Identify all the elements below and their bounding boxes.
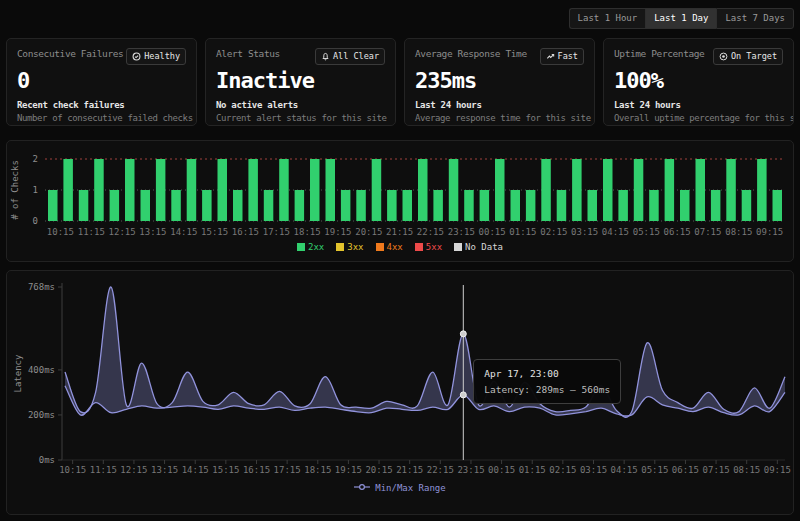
stats-row: Consecutive Failures Healthy 0 Recent ch… [6,38,794,126]
svg-text:02:15: 02:15 [549,465,576,475]
trend-up-icon [546,52,555,61]
time-range-last-1-hour[interactable]: Last 1 Hour [569,8,646,29]
legend-swatch [336,243,344,251]
legend-swatch [454,243,462,251]
svg-text:19:15: 19:15 [324,227,351,237]
svg-text:18:15: 18:15 [304,465,331,475]
badge-label: Fast [558,52,578,61]
svg-text:20:15: 20:15 [365,465,392,475]
svg-text:12:15: 12:15 [109,227,136,237]
svg-text:02:15: 02:15 [540,227,567,237]
all-clear-badge: All Clear [315,48,385,65]
checks-bar-chart[interactable]: 01210:1511:1512:1513:1514:1515:1516:1517… [7,145,793,241]
legend-item-3xx: 3xx [336,242,363,252]
svg-text:15:15: 15:15 [201,227,228,237]
svg-text:09:15: 09:15 [764,465,791,475]
card-title: Consecutive Failures [17,48,123,59]
stat-value: 235ms [415,68,584,93]
svg-text:2: 2 [33,154,38,164]
stat-subtitle: Last 24 hours [614,100,783,110]
legend-label: No Data [465,242,503,252]
legend-swatch [376,243,384,251]
svg-text:06:15: 06:15 [664,227,691,237]
svg-text:17:15: 17:15 [263,227,290,237]
status-code-legend: 2xx3xx4xx5xxNo Data [7,242,793,252]
legend-label: 5xx [426,242,442,252]
svg-text:04:15: 04:15 [602,227,629,237]
svg-text:03:15: 03:15 [580,465,607,475]
svg-text:200ms: 200ms [28,410,55,420]
stat-subtitle: Recent check failures [17,100,186,110]
svg-text:14:15: 14:15 [170,227,197,237]
svg-text:01:15: 01:15 [509,227,536,237]
svg-text:14:15: 14:15 [182,465,209,475]
healthy-badge: Healthy [126,48,186,65]
fast-badge: Fast [540,48,584,65]
svg-text:08:15: 08:15 [725,227,752,237]
svg-text:05:15: 05:15 [633,227,660,237]
bell-icon [321,52,330,61]
svg-text:10:15: 10:15 [47,227,74,237]
time-range-last-7-days[interactable]: Last 7 Days [716,8,794,29]
svg-text:23:15: 23:15 [457,465,484,475]
stat-description: Average response time for this site [415,113,584,123]
svg-text:16:15: 16:15 [243,465,270,475]
card-title: Uptime Percentage [614,48,704,59]
svg-text:16:15: 16:15 [232,227,259,237]
svg-text:1: 1 [33,185,38,195]
svg-text:09:15: 09:15 [756,227,783,237]
stat-subtitle: Last 24 hours [415,100,584,110]
svg-text:15:15: 15:15 [212,465,239,475]
tooltip-date: Apr 17, 23:00 [484,368,610,379]
card-uptime-percentage: Uptime Percentage On Target 100% Last 24… [603,38,794,126]
svg-text:Latency: Latency [13,354,23,393]
stat-subtitle: No active alerts [216,100,385,110]
svg-text:20:15: 20:15 [355,227,382,237]
stat-value: Inactive [216,68,385,93]
svg-text:22:15: 22:15 [417,227,444,237]
svg-text:01:15: 01:15 [519,465,546,475]
svg-text:00:15: 00:15 [479,227,506,237]
legend-label: 4xx [387,242,403,252]
legend-item-5xx: 5xx [415,242,442,252]
svg-text:13:15: 13:15 [151,465,178,475]
svg-text:04:15: 04:15 [611,465,638,475]
svg-text:0: 0 [33,216,38,226]
stat-value: 0 [17,68,186,93]
svg-text:22:15: 22:15 [427,465,454,475]
legend-label: 3xx [347,242,363,252]
svg-text:17:15: 17:15 [274,465,301,475]
card-consecutive-failures: Consecutive Failures Healthy 0 Recent ch… [6,38,197,126]
svg-text:21:15: 21:15 [396,465,423,475]
stat-description: Number of consecutive failed checks [17,113,186,123]
minmax-legend: Min/Max Range [7,483,793,493]
legend-swatch [297,243,305,251]
svg-text:11:15: 11:15 [90,465,117,475]
card-alert-status: Alert Status All Clear Inactive No activ… [205,38,396,126]
card-average-response-time: Average Response Time Fast 235ms Last 24… [404,38,595,126]
svg-text:0ms: 0ms [39,455,55,465]
latency-chart[interactable]: 0ms200ms400ms768ms10:1511:1512:1513:1514… [7,275,793,481]
svg-text:06:15: 06:15 [672,465,699,475]
latency-tooltip: Apr 17, 23:00 Latency: 289ms – 560ms [473,359,621,404]
svg-text:08:15: 08:15 [733,465,760,475]
checks-bar-chart-panel: 01210:1511:1512:1513:1514:1515:1516:1517… [6,140,794,262]
latency-chart-panel: 0ms200ms400ms768ms10:1511:1512:1513:1514… [6,270,794,515]
time-range-last-1-day[interactable]: Last 1 Day [645,8,716,29]
svg-text:400ms: 400ms [28,365,55,375]
svg-text:19:15: 19:15 [335,465,362,475]
svg-text:05:15: 05:15 [641,465,668,475]
card-title: Average Response Time [415,48,527,59]
svg-text:23:15: 23:15 [448,227,475,237]
target-icon [719,52,728,61]
svg-text:03:15: 03:15 [571,227,598,237]
on-target-badge: On Target [713,48,783,65]
badge-label: All Clear [333,52,379,61]
svg-text:21:15: 21:15 [386,227,413,237]
svg-text:10:15: 10:15 [59,465,86,475]
legend-item-4xx: 4xx [376,242,403,252]
legend-item-2xx: 2xx [297,242,324,252]
legend-label: 2xx [308,242,324,252]
svg-text:13:15: 13:15 [139,227,166,237]
stat-description: Overall uptime percentage for this site [614,113,783,123]
